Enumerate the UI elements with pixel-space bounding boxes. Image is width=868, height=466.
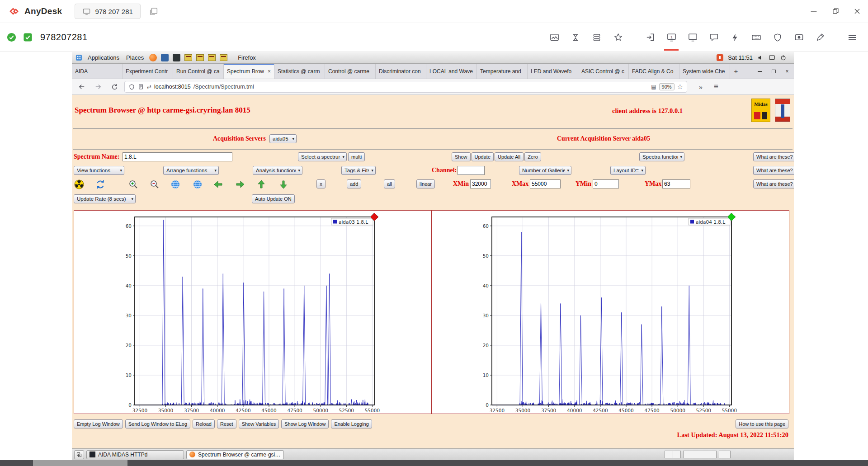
restore-button[interactable]: [825, 0, 846, 23]
permissions-shield-icon[interactable]: [770, 28, 785, 47]
galleries-dropdown[interactable]: Number of Galleries ▾: [519, 166, 571, 175]
all-button[interactable]: all: [384, 179, 395, 188]
analysis-functions-dropdown[interactable]: Analysis functions ▾: [253, 166, 302, 175]
arrange-functions-dropdown[interactable]: Arrange functions ▾: [163, 166, 219, 175]
log-button[interactable]: Show Log Window: [281, 419, 329, 428]
how-to-use-button[interactable]: How to use this page: [736, 419, 788, 428]
spectrum-name-input[interactable]: [123, 152, 232, 161]
add-button[interactable]: add: [347, 179, 361, 188]
zoom-out-icon[interactable]: [148, 179, 161, 190]
workspace-switcher[interactable]: [665, 451, 681, 458]
view-functions-dropdown[interactable]: View functions ▾: [74, 166, 124, 175]
browser-tab[interactable]: ASIC Control @ c ×: [578, 64, 629, 79]
log-button[interactable]: Show Variables: [239, 419, 279, 428]
swap-arrows-icon[interactable]: ⇄: [147, 84, 151, 90]
whiteboard-pen-icon[interactable]: [812, 28, 828, 47]
log-button[interactable]: Send Log Window to ELog: [125, 419, 190, 428]
minimize-button[interactable]: [803, 0, 825, 23]
browser-tab[interactable]: Control @ carme ×: [325, 64, 376, 79]
bookmark-star-icon[interactable]: ☆: [677, 83, 683, 91]
layout-id-dropdown[interactable]: Layout ID=4 ▾: [610, 166, 646, 175]
monitor-icon[interactable]: [685, 28, 700, 47]
browser-tab[interactable]: AIDA ×: [72, 64, 123, 79]
firefox-launcher-icon[interactable]: [149, 54, 157, 61]
overflow-icon[interactable]: »: [694, 81, 707, 93]
log-button[interactable]: Reset: [217, 419, 236, 428]
globe-icon[interactable]: [169, 179, 182, 190]
forward-icon[interactable]: [92, 81, 104, 93]
browser-tab[interactable]: Discriminator con ×: [376, 64, 426, 79]
globe-icon-2[interactable]: [191, 179, 204, 190]
menu-icon[interactable]: [844, 28, 860, 47]
tags-fits-dropdown[interactable]: Tags & Fits ▾: [341, 166, 376, 175]
browser-tab[interactable]: Statistics @ carm ×: [274, 64, 325, 79]
zoom-in-icon[interactable]: [127, 179, 140, 190]
arrow-right-icon[interactable]: [234, 179, 246, 190]
help-launcher-icon[interactable]: [161, 54, 169, 61]
scrollbar-thumb[interactable]: [33, 460, 127, 466]
linear-button[interactable]: linear: [416, 179, 435, 188]
star-icon[interactable]: [610, 28, 626, 47]
zero-button[interactable]: Zero: [524, 152, 541, 161]
launcher-icon-4[interactable]: [220, 54, 227, 61]
spectrum-chart-aida04[interactable]: 3250035000375004000042500450004750050000…: [476, 212, 734, 414]
monitor-1-icon[interactable]: 1: [664, 28, 679, 47]
tab-close-icon[interactable]: ×: [268, 68, 271, 75]
back-icon[interactable]: [75, 81, 88, 93]
taskbar-window-midas[interactable]: AIDA MiDAS HTTPd: [86, 450, 184, 459]
tracking-shield-icon[interactable]: [128, 84, 135, 90]
new-tab-button[interactable]: +: [730, 64, 742, 79]
what-are-these-button[interactable]: What are these?: [753, 179, 794, 188]
ymax-input[interactable]: [662, 179, 690, 188]
show-desktop-button[interactable]: [74, 450, 84, 459]
browser-tab[interactable]: Run Control @ ca ×: [173, 64, 224, 79]
update-rate-dropdown[interactable]: Update Rate (8 secs) ▾: [74, 194, 136, 203]
panel-clock[interactable]: Sat 11:51: [728, 54, 753, 61]
remote-address-box[interactable]: 978 207 281: [75, 4, 140, 19]
chat-icon[interactable]: [706, 28, 722, 47]
what-are-these-button[interactable]: What are these?: [753, 152, 794, 161]
spectrum-chart-aida03[interactable]: 3250035000375004000042500450004750050000…: [119, 212, 377, 414]
update-alert-icon[interactable]: [717, 54, 723, 61]
zoom-level[interactable]: 90%: [659, 83, 675, 90]
channel-input[interactable]: [458, 166, 485, 175]
url-bar[interactable]: ⇄ localhost:8015 /Spectrum/Spectrum.tml …: [124, 81, 687, 93]
auto-update-button[interactable]: Auto Update ON: [252, 194, 295, 203]
keyboard-icon[interactable]: [749, 28, 764, 47]
actions-lightning-icon[interactable]: [727, 28, 743, 47]
xmin-input[interactable]: [470, 179, 491, 188]
taskbar-window-firefox[interactable]: Spectrum Browser @ carme-gsi — …: [186, 450, 284, 459]
launcher-icon-2[interactable]: [196, 54, 204, 61]
display-icon[interactable]: [769, 54, 775, 61]
image-icon[interactable]: [547, 28, 562, 47]
reader-view-icon[interactable]: ▤: [651, 84, 656, 90]
browser-tab[interactable]: System wide Che ×: [679, 64, 730, 79]
log-button[interactable]: Reload: [193, 419, 215, 428]
x-button[interactable]: x: [316, 179, 326, 188]
arrow-up-icon[interactable]: [255, 179, 268, 190]
applications-menu[interactable]: Applications: [86, 54, 121, 61]
stack-icon[interactable]: [589, 28, 604, 47]
launcher-icon-1[interactable]: [184, 54, 192, 61]
browser-tab[interactable]: Temperature and ×: [477, 64, 528, 79]
new-session-tab-icon[interactable]: [149, 6, 159, 16]
update-button[interactable]: Update: [472, 152, 494, 161]
firefox-close-button[interactable]: ×: [780, 64, 794, 79]
acquisition-server-select[interactable]: aida05 ▾: [269, 134, 297, 143]
places-menu[interactable]: Places: [125, 54, 145, 61]
browser-tab[interactable]: FADC Align & Co ×: [629, 64, 679, 79]
launcher-icon-3[interactable]: [208, 54, 216, 61]
firefox-restore-button[interactable]: [767, 64, 780, 79]
firefox-minimize-button[interactable]: [753, 64, 767, 79]
session-login-icon[interactable]: [642, 28, 658, 47]
ymin-input[interactable]: [593, 179, 619, 188]
browser-tab[interactable]: Spectrum Brow ×: [224, 64, 274, 79]
reload-icon[interactable]: [108, 81, 121, 93]
browser-tab[interactable]: Experiment Contr ×: [123, 64, 173, 79]
browser-tab[interactable]: LED and Wavefo ×: [528, 64, 578, 79]
hamburger-menu-icon[interactable]: ≡: [710, 81, 722, 93]
show-button[interactable]: Show: [452, 152, 471, 161]
horizontal-scrollbar[interactable]: [0, 460, 868, 466]
xmax-input[interactable]: [530, 179, 561, 188]
close-button[interactable]: [846, 0, 868, 23]
